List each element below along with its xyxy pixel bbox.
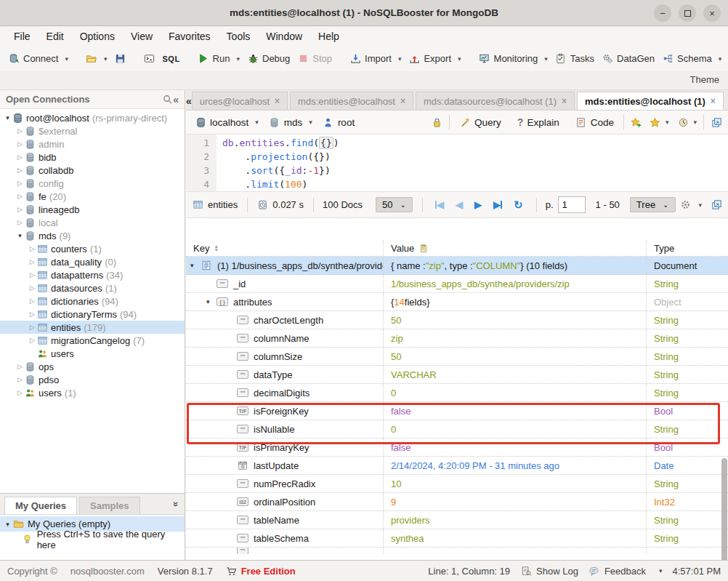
tree-item-datasources[interactable]: ▷datasources(1) <box>0 281 185 294</box>
close-button[interactable]: × <box>703 4 721 22</box>
table-row[interactable]: ""charOctetLength50String <box>186 311 728 329</box>
collapse-arrow-icon[interactable]: ▷ <box>15 127 25 135</box>
panel-tab-my-queries[interactable]: My Queries <box>4 497 77 514</box>
table-row[interactable]: T/FisPrimaryKeyfalseBool <box>186 438 728 457</box>
tree-item-rootlocalhost[interactable]: ▾root@localhost(rs-primary-direct) <box>0 111 185 124</box>
page-number-input[interactable] <box>558 196 586 213</box>
toolbar-stop-button[interactable]: Stop <box>294 51 336 67</box>
query-editor[interactable]: 1234 db.entities.find({}) .projection({}… <box>186 135 728 192</box>
explain-button[interactable]: ?Explain <box>514 115 562 129</box>
collapse-arrow-icon[interactable]: ▷ <box>28 284 37 292</box>
open-in-new-window-icon[interactable] <box>711 199 722 211</box>
menu-window[interactable]: Window <box>259 28 309 44</box>
expand-arrow-icon[interactable]: ▾ <box>206 298 217 305</box>
collapse-arrow-icon[interactable]: ▷ <box>15 180 25 187</box>
collapse-arrow-icon[interactable]: ▷ <box>15 363 25 370</box>
gear-dropdown-icon[interactable]: ▾ <box>699 201 703 209</box>
toolbar-tasks-button[interactable]: Tasks <box>551 51 598 67</box>
refresh-icon[interactable]: ↻ <box>514 199 523 212</box>
table-row[interactable]: ""tableNameprovidersString <box>186 511 728 529</box>
tree-item-users[interactable]: users <box>0 347 185 360</box>
tab-close-icon[interactable]: × <box>275 96 280 106</box>
menu-tools[interactable]: Tools <box>220 28 257 44</box>
code-line[interactable]: .limit(100) <box>222 177 339 191</box>
minimize-button[interactable]: − <box>654 4 671 22</box>
host-select[interactable]: localhost▾ <box>192 115 262 129</box>
column-header-key[interactable]: Key ▲▼ <box>186 240 384 256</box>
menu-help[interactable]: Help <box>312 28 346 44</box>
table-row[interactable]: "" <box>186 548 728 554</box>
toolbar-import-button[interactable]: Import▾ <box>346 51 405 67</box>
tree-item-dictionaryTerms[interactable]: ▷dictionaryTerms(94) <box>0 308 185 321</box>
collapse-arrow-icon[interactable]: ▷ <box>15 140 25 148</box>
tree-item-$external[interactable]: ▷$external <box>0 124 185 137</box>
tree-item-bidb[interactable]: ▷bidb <box>0 151 185 164</box>
favorites-dropdown-icon[interactable]: ▾ <box>666 119 669 126</box>
toolbar-sql-button[interactable]: SQL <box>158 52 183 65</box>
column-header-value[interactable]: Value <box>384 240 647 256</box>
expand-arrow-icon[interactable]: ▾ <box>15 232 25 239</box>
panel-collapse-icon[interactable]: « <box>169 502 180 507</box>
menu-edit[interactable]: Edit <box>40 28 70 44</box>
collapse-sidebar-icon[interactable]: « <box>173 94 179 105</box>
collapse-arrow-icon[interactable]: ▷ <box>15 389 25 396</box>
collapse-arrow-icon[interactable]: ▷ <box>15 219 25 226</box>
tree-item-collabdb[interactable]: ▷collabdb <box>0 164 185 177</box>
query-list-item[interactable]: Press Ctrl+S to save the query here <box>0 532 185 547</box>
tree-item-entities[interactable]: ▷entities(179) <box>0 321 185 334</box>
table-row[interactable]: i32ordinalPosition9Int32 <box>186 493 728 511</box>
feedback-button[interactable]: Feedback <box>589 565 646 577</box>
query-button[interactable]: Query <box>456 115 504 129</box>
tree-item-counters[interactable]: ▷counters(1) <box>0 242 185 255</box>
toolbar-folder-open-button[interactable]: ▾ <box>82 51 111 67</box>
toolbar-debug-button[interactable]: Debug <box>243 51 294 67</box>
collapse-arrow-icon[interactable]: ▷ <box>28 271 37 279</box>
database-select[interactable]: mds▾ <box>266 115 315 129</box>
collapse-arrow-icon[interactable]: ▷ <box>28 297 37 305</box>
history-dropdown-icon[interactable]: ▾ <box>693 119 697 126</box>
tree-item-users[interactable]: ▷users(1) <box>0 386 185 399</box>
statusbar-dropdown-icon[interactable]: ▾ <box>659 567 663 574</box>
tab-close-icon[interactable]: × <box>400 96 405 106</box>
history-icon[interactable] <box>677 116 689 128</box>
tabs-scroll-left-icon[interactable]: « <box>186 95 192 110</box>
collapse-arrow-icon[interactable]: ▷ <box>28 258 37 265</box>
collapse-arrow-icon[interactable]: ▷ <box>15 153 25 161</box>
editor-code[interactable]: db.entities.find({}) .projection({}) .so… <box>217 135 339 191</box>
table-row[interactable]: ""columnSize50String <box>186 348 728 366</box>
tree-item-data_quality[interactable]: ▷data_quality(0) <box>0 255 185 268</box>
tree-item-pdso[interactable]: ▷pdso <box>0 373 185 386</box>
collapse-arrow-icon[interactable]: ▷ <box>15 206 25 213</box>
table-row[interactable]: ""_id1/business_apps_db/synthea/provider… <box>186 275 728 293</box>
column-header-type[interactable]: Type <box>647 240 728 256</box>
collapse-arrow-icon[interactable]: ▷ <box>28 310 37 318</box>
free-edition-button[interactable]: Free Edition <box>226 565 296 577</box>
collapse-arrow-icon[interactable]: ▷ <box>28 324 37 331</box>
tree-item-ops[interactable]: ▷ops <box>0 360 185 373</box>
last-page-button[interactable]: ▶ <box>493 199 502 210</box>
collapse-arrow-icon[interactable]: ▷ <box>15 167 25 174</box>
code-line[interactable]: .sort({_id:-1}) <box>222 164 339 177</box>
menu-view[interactable]: View <box>124 28 159 44</box>
tab-1[interactable]: mds:entities@localhost× <box>290 92 413 110</box>
menu-file[interactable]: File <box>7 28 37 44</box>
collapse-arrow-icon[interactable]: ▷ <box>28 245 37 252</box>
collapse-arrow-icon[interactable]: ▷ <box>28 337 37 344</box>
tab-0[interactable]: urces@localhost× <box>192 92 288 110</box>
tab-close-icon[interactable]: × <box>562 96 567 106</box>
menu-favorites[interactable]: Favorites <box>162 28 217 44</box>
page-size-select[interactable]: 50⌄ <box>376 197 413 212</box>
tree-item-admin[interactable]: ▷admin <box>0 137 185 151</box>
view-mode-select[interactable]: Tree⌄ <box>630 197 676 212</box>
first-page-button[interactable]: ◀ <box>435 199 444 210</box>
tab-close-icon[interactable]: × <box>711 96 716 106</box>
tree-item-local[interactable]: ▷local <box>0 216 185 229</box>
expand-arrow-icon[interactable]: ▾ <box>3 521 12 528</box>
toolbar-monitoring-button[interactable]: Monitoring▾ <box>475 51 551 67</box>
panel-tab-samples[interactable]: Samples <box>79 497 139 514</box>
tree-item-mds[interactable]: ▾mds(9) <box>0 229 185 242</box>
table-row[interactable]: ""numPrecRadix10String <box>186 475 728 493</box>
menu-options[interactable]: Options <box>73 28 121 44</box>
tree-item-dictionaries[interactable]: ▷dictionaries(94) <box>0 294 185 308</box>
toolbar-connect-button[interactable]: Connect▾ <box>4 51 72 67</box>
